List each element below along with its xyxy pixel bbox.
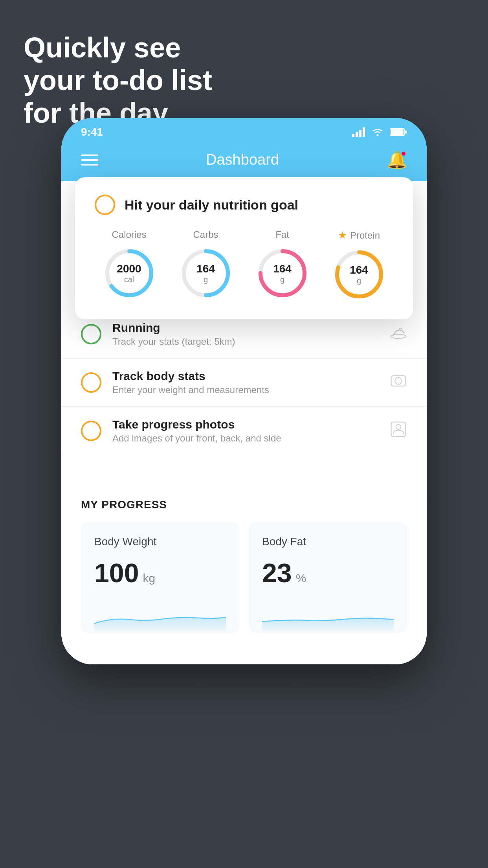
star-icon: ★ — [338, 229, 347, 241]
progress-grid: Body Weight 100 kg — [81, 522, 407, 633]
body-weight-value: 100 — [94, 557, 139, 588]
nutrition-calories: Calories 2000 cal — [102, 229, 157, 302]
running-text: Running Track your stats (target: 5km) — [112, 321, 379, 347]
carbs-unit: g — [196, 275, 215, 284]
hero-text: Quickly see your to-do list for the day. — [24, 31, 212, 129]
svg-point-4 — [376, 134, 378, 136]
svg-rect-0 — [352, 134, 354, 137]
spacer — [61, 455, 427, 479]
svg-point-23 — [396, 425, 401, 429]
fat-value: 164 — [273, 263, 292, 275]
body-weight-title: Body Weight — [94, 535, 226, 548]
fat-ring: 164 g — [255, 246, 310, 301]
body-fat-chart — [262, 600, 394, 631]
signal-icon — [352, 127, 365, 137]
scale-icon — [390, 372, 407, 393]
progress-section: MY PROGRESS Body Weight 100 kg — [61, 479, 427, 649]
protein-label: Protein — [350, 230, 380, 241]
notification-dot — [401, 151, 406, 156]
fat-unit: g — [273, 275, 292, 284]
calories-label: Calories — [112, 229, 146, 240]
svg-point-19 — [395, 377, 402, 384]
calories-unit: cal — [117, 275, 141, 284]
nutrition-grid: Calories 2000 cal — [95, 229, 393, 302]
body-weight-card[interactable]: Body Weight 100 kg — [81, 522, 239, 633]
nutrition-card: Hit your daily nutrition goal Calories 2 — [75, 177, 413, 319]
phone-wrapper: 9:41 — [61, 118, 427, 664]
body-fat-unit: % — [296, 572, 306, 585]
carbs-ring: 164 g — [178, 246, 233, 301]
carbs-value: 164 — [196, 263, 215, 275]
svg-rect-7 — [391, 129, 404, 135]
running-subtitle: Track your stats (target: 5km) — [112, 336, 379, 347]
hero-line2: your to-do list — [24, 64, 212, 97]
svg-rect-1 — [356, 132, 358, 137]
body-fat-value: 23 — [262, 557, 292, 588]
photos-text: Take progress photos Add images of your … — [112, 418, 379, 444]
protein-value: 164 — [350, 264, 368, 276]
app-header: Dashboard 🔔 — [61, 142, 427, 181]
nutrition-protein: ★ Protein 164 g — [332, 229, 387, 302]
battery-icon — [390, 127, 407, 137]
svg-rect-6 — [405, 131, 407, 134]
body-weight-unit: kg — [143, 572, 155, 585]
running-icon — [390, 326, 407, 342]
todo-item-body-stats[interactable]: Track body stats Enter your weight and m… — [61, 359, 427, 407]
status-icons — [352, 127, 407, 137]
photos-check-circle — [81, 421, 101, 441]
content-area: THINGS TO DO TODAY Hit your daily nutrit… — [61, 181, 427, 664]
body-stats-check-circle — [81, 372, 101, 393]
svg-rect-3 — [363, 127, 365, 137]
calories-ring: 2000 cal — [102, 246, 157, 301]
hamburger-menu[interactable] — [81, 154, 98, 166]
body-stats-title: Track body stats — [112, 370, 379, 383]
photos-title: Take progress photos — [112, 418, 379, 431]
svg-rect-2 — [359, 130, 361, 137]
person-icon — [390, 421, 407, 441]
card-title: Hit your daily nutrition goal — [125, 197, 298, 213]
body-weight-chart — [94, 600, 226, 631]
nutrition-carbs: Carbs 164 g — [178, 229, 233, 302]
wifi-icon — [371, 127, 384, 137]
body-weight-value-row: 100 kg — [94, 557, 226, 588]
calories-value: 2000 — [117, 263, 141, 275]
body-fat-card[interactable]: Body Fat 23 % — [249, 522, 407, 633]
nutrition-check-circle[interactable] — [95, 195, 115, 215]
body-fat-title: Body Fat — [262, 535, 394, 548]
nutrition-fat: Fat 164 g — [255, 229, 310, 302]
fat-label: Fat — [275, 229, 289, 240]
notification-button[interactable]: 🔔 — [387, 150, 407, 169]
protein-unit: g — [350, 276, 368, 285]
hero-line1: Quickly see — [24, 31, 212, 64]
running-check-circle — [81, 324, 101, 344]
phone-bottom — [61, 649, 427, 664]
status-time: 9:41 — [81, 126, 103, 138]
progress-section-header: MY PROGRESS — [81, 498, 407, 511]
running-title: Running — [112, 321, 379, 335]
photos-subtitle: Add images of your front, back, and side — [112, 433, 379, 444]
card-title-row: Hit your daily nutrition goal — [95, 195, 393, 215]
todo-item-photos[interactable]: Take progress photos Add images of your … — [61, 407, 427, 455]
body-stats-text: Track body stats Enter your weight and m… — [112, 370, 379, 395]
phone-mockup: 9:41 — [61, 118, 427, 664]
carbs-label: Carbs — [193, 229, 218, 240]
body-stats-subtitle: Enter your weight and measurements — [112, 384, 379, 395]
body-fat-value-row: 23 % — [262, 557, 394, 588]
header-title: Dashboard — [206, 151, 279, 168]
protein-ring: 164 g — [332, 247, 387, 302]
status-bar: 9:41 — [61, 118, 427, 142]
